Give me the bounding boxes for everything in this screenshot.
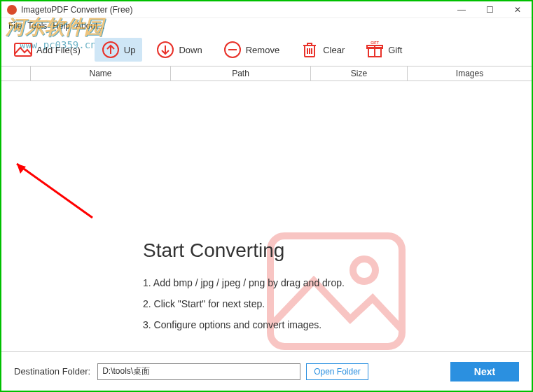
clear-button[interactable]: Clear [293, 38, 352, 62]
col-name[interactable]: Name [31, 66, 171, 80]
svg-text:GIFT: GIFT [371, 41, 379, 45]
menubar: File Tools Help About... [1, 18, 532, 34]
destination-input[interactable] [97, 363, 300, 380]
down-label: Down [179, 45, 202, 55]
menu-file[interactable]: File [8, 21, 22, 31]
cta-step3: 3. Configure options and convert images. [143, 319, 345, 330]
next-button[interactable]: Next [450, 362, 519, 382]
trash-icon [300, 41, 319, 59]
up-label: Up [124, 45, 136, 55]
add-files-button[interactable]: Add File(s) [7, 38, 88, 62]
clear-label: Clear [323, 45, 345, 55]
footer: Destination Folder: Open Folder Next [1, 351, 532, 391]
svg-rect-0 [15, 43, 32, 56]
close-button[interactable]: ✕ [504, 1, 532, 18]
arrow-down-icon [156, 41, 174, 59]
col-path[interactable]: Path [171, 66, 311, 80]
image-icon [14, 41, 32, 59]
gift-icon: GIFT [366, 41, 384, 59]
open-folder-button[interactable]: Open Folder [306, 363, 368, 380]
up-button[interactable]: Up [95, 38, 143, 62]
remove-button[interactable]: Remove [216, 38, 286, 62]
menu-about[interactable]: About... [76, 21, 104, 31]
gift-label: Gift [388, 45, 402, 55]
menu-tools[interactable]: Tools [27, 21, 47, 31]
content-area[interactable]: Start Converting 1. Add bmp / jpg / jpeg… [1, 81, 532, 340]
cta-step2: 2. Click "Start" for next step. [143, 298, 345, 309]
cta-title: Start Converting [143, 239, 345, 262]
window-title: ImagetoPDF Converter (Free) [21, 5, 132, 15]
add-files-label: Add File(s) [36, 45, 81, 55]
app-icon [7, 5, 17, 15]
start-converting-block: Start Converting 1. Add bmp / jpg / jpeg… [143, 239, 345, 340]
window-controls: — ☐ ✕ [448, 1, 532, 18]
cta-step1: 1. Add bmp / jpg / jpeg / png by drag an… [143, 277, 345, 288]
gift-button[interactable]: GIFT Gift [359, 38, 409, 62]
col-size[interactable]: Size [311, 66, 408, 80]
svg-line-14 [17, 164, 92, 218]
arrow-up-icon [102, 41, 120, 59]
col-images[interactable]: Images [408, 66, 532, 80]
col-checkbox[interactable] [1, 66, 31, 80]
destination-label: Destination Folder: [14, 366, 90, 377]
remove-label: Remove [246, 45, 279, 55]
svg-marker-15 [17, 164, 26, 174]
maximize-button[interactable]: ☐ [476, 1, 504, 18]
titlebar: ImagetoPDF Converter (Free) — ☐ ✕ [1, 1, 532, 18]
menu-help[interactable]: Help [53, 21, 70, 31]
minimize-button[interactable]: — [448, 1, 476, 18]
annotation-arrow [8, 158, 99, 221]
down-button[interactable]: Down [149, 38, 209, 62]
svg-point-17 [353, 259, 375, 281]
toolbar: Add File(s) Up Down Remove Clear GIFT Gi… [1, 34, 532, 66]
column-headers: Name Path Size Images [1, 66, 532, 81]
minus-icon [223, 41, 242, 59]
